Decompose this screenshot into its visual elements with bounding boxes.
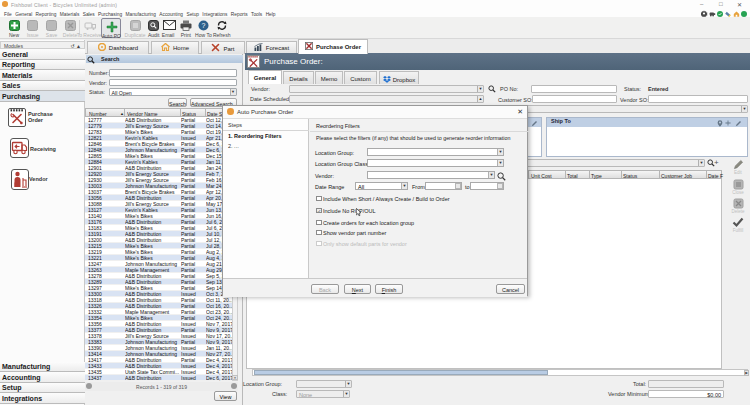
svg-text:?: ? [201,22,205,29]
